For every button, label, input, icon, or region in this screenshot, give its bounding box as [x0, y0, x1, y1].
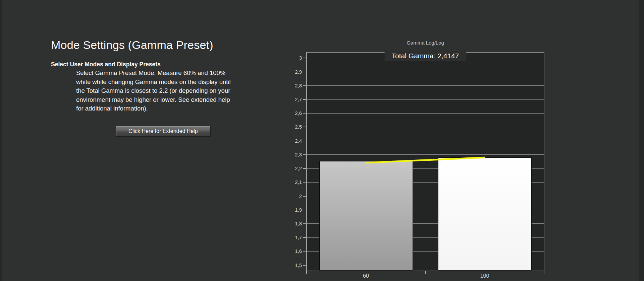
instructions-line: Select Gamma Preset Mode: Measure 60% an… — [76, 69, 231, 78]
y-tick-label: 2,5 — [282, 124, 302, 130]
y-tick-mark — [303, 154, 306, 155]
x-tick-label-60: 60 — [346, 273, 386, 279]
y-tick-mark — [303, 99, 306, 100]
instructions-line: the Total Gamma is closest to 2.2 (or de… — [76, 86, 231, 95]
y-tick-mark — [303, 210, 306, 210]
y-tick-mark — [303, 265, 306, 266]
y-tick-mark — [303, 251, 306, 252]
y-tick-label: 2,8 — [282, 82, 302, 89]
y-tick-mark — [303, 196, 306, 197]
y-tick-label: 1,6 — [282, 248, 302, 255]
page-title: Mode Settings (Gamma Preset) — [51, 39, 213, 52]
total-gamma-label: Total Gamma: 2,4147 — [385, 51, 466, 61]
section-subtitle: Select User Modes and Display Presets — [51, 61, 161, 68]
gamma-trend-line — [307, 53, 544, 271]
y-tick-mark — [303, 85, 306, 86]
y-tick-mark — [303, 58, 306, 58]
y-tick-mark — [303, 237, 306, 238]
instructions-line: white while changing Gamma modes on the … — [76, 78, 231, 87]
settings-panel: Mode Settings (Gamma Preset) Select User… — [0, 0, 288, 281]
x-tick-label-100: 100 — [465, 273, 505, 279]
chart-title: Gamma Log/Log — [306, 40, 544, 46]
y-tick-label: 2,3 — [282, 151, 302, 158]
x-tick-mark — [306, 271, 307, 274]
y-tick-mark — [303, 113, 306, 114]
y-tick-label: 3 — [282, 55, 302, 61]
y-tick-label: 1,9 — [282, 207, 302, 213]
y-tick-label: 2,4 — [282, 138, 302, 144]
instructions-text: Select Gamma Preset Mode: Measure 60% an… — [76, 69, 231, 113]
y-tick-label: 1,7 — [282, 234, 302, 241]
right-edge-shade — [639, 0, 644, 281]
y-tick-label: 1,8 — [282, 220, 302, 227]
instructions-line: for additional information). — [76, 104, 231, 113]
y-tick-label: 2,7 — [282, 96, 302, 103]
x-tick-mark — [544, 271, 544, 274]
extended-help-button[interactable]: Click Here for Extended Help — [116, 126, 210, 136]
y-tick-label: 2,9 — [282, 69, 302, 75]
y-tick-mark — [303, 182, 306, 183]
x-tick-mark — [425, 271, 426, 274]
y-tick-label: 2 — [282, 193, 302, 200]
y-tick-mark — [303, 141, 306, 141]
chart-plot-area: Total Gamma: 2,4147 — [306, 52, 544, 271]
y-tick-label: 2,1 — [282, 179, 302, 186]
y-tick-mark — [303, 223, 306, 224]
y-tick-label: 2,6 — [282, 110, 302, 117]
y-tick-mark — [303, 127, 306, 127]
y-tick-label: 2,2 — [282, 165, 302, 172]
instructions-line: environment may be higher or lower. See … — [76, 95, 231, 104]
y-tick-mark — [303, 72, 306, 72]
y-tick-label: 1,5 — [282, 262, 302, 269]
y-tick-mark — [303, 168, 306, 169]
